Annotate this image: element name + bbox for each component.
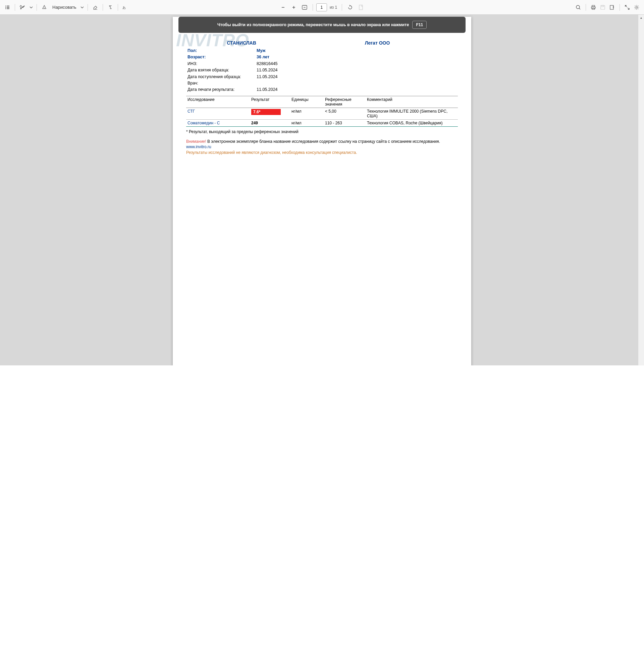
col-units: Единицы <box>290 96 324 107</box>
info-value: 11.05.2024 <box>256 74 278 80</box>
info-row: Врач: <box>186 80 458 86</box>
draw-chevron-down-icon[interactable] <box>80 3 85 12</box>
sidebar-toggle-icon[interactable] <box>3 3 12 12</box>
vertical-scrollbar[interactable]: ▴ <box>638 15 644 365</box>
comment-value: Технология IMMULITE 2000 (Siemens DPC, С… <box>366 107 458 119</box>
info-row: ИНЗ:828816445 <box>186 61 458 67</box>
page-view-icon[interactable] <box>356 3 366 12</box>
translate-icon[interactable]: あ <box>121 3 130 12</box>
print-icon[interactable] <box>589 3 598 12</box>
warning-block: Внимание! В электронном экземпляре бланк… <box>186 139 458 156</box>
f11-key: F11 <box>412 21 427 29</box>
table-row: Соматомедин - С249нг/мл110 - 263Технолог… <box>186 119 458 126</box>
units-value: нг/мл <box>290 107 324 119</box>
ref-value: < 5,00 <box>324 107 366 119</box>
info-row: Дата взятия образца:11.05.2024 <box>186 67 458 74</box>
svg-point-11 <box>636 6 638 8</box>
settings-icon[interactable] <box>632 3 641 12</box>
annotate-icon[interactable] <box>607 3 617 12</box>
info-value: Муж <box>256 48 265 54</box>
save-icon[interactable] <box>598 3 607 12</box>
warning-text: В электронном экземпляре бланка название… <box>206 139 440 144</box>
draw-label[interactable]: Нарисовать <box>50 5 78 10</box>
svg-text:あ: あ <box>122 6 126 9</box>
rotate-icon[interactable] <box>346 3 355 12</box>
svg-rect-3 <box>359 5 363 10</box>
page-controls: из 1 <box>278 3 366 12</box>
info-value: 828816445 <box>256 61 278 67</box>
col-test: Исследование <box>186 96 250 107</box>
results-table: Исследование Результат Единицы Референсн… <box>186 96 458 127</box>
test-link[interactable]: СТГ <box>188 109 195 114</box>
page-number-input[interactable] <box>316 3 327 11</box>
svg-rect-5 <box>592 5 595 7</box>
info-row: Возраст:36 лет <box>186 54 458 60</box>
svg-point-0 <box>44 8 45 8</box>
notice-text: Чтобы выйти из полноэкранного режима, пе… <box>217 23 409 27</box>
result-value: 249 <box>251 121 258 125</box>
info-label: Пол: <box>186 48 256 54</box>
eraser-icon[interactable] <box>90 3 100 12</box>
info-label: Дата взятия образца: <box>186 67 256 74</box>
svg-rect-9 <box>602 5 604 7</box>
col-comment: Комментарий <box>366 96 458 107</box>
svg-point-4 <box>576 5 579 9</box>
info-label: ИНЗ: <box>186 61 256 67</box>
zoom-in-button[interactable] <box>289 3 298 12</box>
fit-page-icon[interactable] <box>300 3 309 12</box>
info-table: Пол:МужВозраст:36 летИНЗ:828816445Дата в… <box>186 48 458 93</box>
zoom-out-button[interactable] <box>278 3 288 12</box>
info-label: Возраст: <box>186 54 256 60</box>
test-link[interactable]: Соматомедин - С <box>188 121 220 125</box>
warning-word: Внимание! <box>186 139 206 144</box>
draw-tool-icon[interactable] <box>40 3 49 12</box>
info-value: 36 лет <box>256 54 269 60</box>
info-label: Дата печати результата: <box>186 86 256 93</box>
disclaimer: Результаты исследований не являются диаг… <box>186 150 357 155</box>
patient-name: СТАНИСЛАВ <box>186 40 297 46</box>
info-row: Дата поступления образца:11.05.2024 <box>186 74 458 80</box>
info-label: Врач: <box>186 80 256 86</box>
page-count-label: из 1 <box>330 5 337 10</box>
pdf-viewer: Нарисовать あ <box>0 0 644 365</box>
highlighter-chevron-down-icon[interactable] <box>29 3 34 12</box>
comment-value: Технология COBAS, Roche (Швейцария) <box>366 119 458 126</box>
info-row: Дата печати результата:11.05.2024 <box>186 86 458 93</box>
highlighter-icon[interactable] <box>18 3 27 12</box>
text-tool-icon[interactable] <box>106 3 115 12</box>
toolbar: Нарисовать あ <box>0 0 644 15</box>
footnote: * Результат, выходящий за пределы рефере… <box>186 129 458 134</box>
org-name: Легат ООО <box>297 40 458 46</box>
scroll-up-icon[interactable]: ▴ <box>638 15 644 20</box>
col-ref: Референсные значения <box>324 96 366 107</box>
fullscreen-icon[interactable] <box>622 3 632 12</box>
table-row: СТГ7.6*нг/мл< 5,00Технология IMMULITE 20… <box>186 107 458 119</box>
info-label: Дата поступления образца: <box>186 74 256 80</box>
fullscreen-notice: Чтобы выйти из полноэкранного режима, пе… <box>178 17 466 33</box>
search-icon[interactable] <box>573 3 583 12</box>
info-value: 11.05.2024 <box>256 67 278 74</box>
site-link[interactable]: www.invitro.ru <box>186 144 211 149</box>
document-page: INVITRO СТАНИСЛАВ Легат ООО Пол:МужВозра… <box>173 17 471 365</box>
ref-value: 110 - 263 <box>324 119 366 126</box>
result-value: 7.6* <box>251 109 281 115</box>
col-result: Результат <box>250 96 290 107</box>
info-value: 11.05.2024 <box>256 86 278 93</box>
units-value: нг/мл <box>290 119 324 126</box>
svg-rect-8 <box>601 5 605 9</box>
info-row: Пол:Муж <box>186 48 458 54</box>
